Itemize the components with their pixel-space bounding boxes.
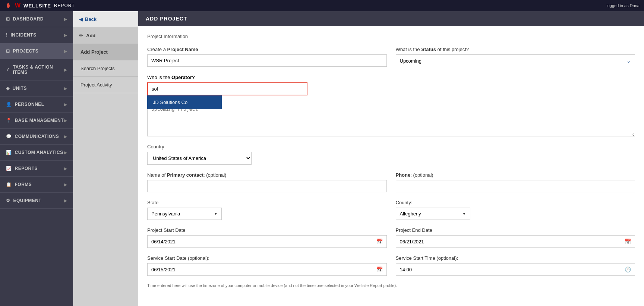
- form-body: Project Information Create a Project Nam…: [138, 26, 644, 295]
- sidebar-item-analytics[interactable]: 📊 CUSTOM ANALYTICS ▶: [0, 145, 73, 161]
- sub-sidebar-item-project-activity[interactable]: Project Activity: [73, 77, 138, 93]
- project-name-input[interactable]: [147, 54, 387, 67]
- county-group: County: Allegheny ▼: [396, 200, 635, 220]
- chevron-icon: ▶: [64, 167, 67, 171]
- sidebar-label-tasks: TASKS & ACTION ITEMS: [13, 64, 64, 75]
- sidebar-item-dashboard[interactable]: ⊞ DASHBOARD ▶: [0, 11, 73, 27]
- end-date-group: Project End Date 📅: [396, 227, 635, 248]
- calendar-icon-end[interactable]: 📅: [621, 236, 635, 247]
- equipment-icon: ⚙: [6, 198, 10, 203]
- operator-dropdown-item[interactable]: JD Solutions Co: [148, 96, 221, 109]
- operator-label: Who is the Operator?: [147, 75, 635, 80]
- service-start-label: Service Start Date (optional):: [147, 255, 387, 261]
- topbar: W WELLSITE REPORT logged in as Dana: [0, 0, 644, 11]
- phone-group: Phone: (optional): [396, 172, 635, 192]
- dashboard-icon: ⊞: [6, 16, 10, 22]
- sidebar-label-units: UNITS: [13, 86, 27, 91]
- tasks-icon: ✓: [6, 67, 10, 72]
- sidebar-item-forms[interactable]: 📋 FORMS ▶: [0, 177, 73, 193]
- start-date-label: Project Start Date: [147, 227, 387, 233]
- search-projects-label: Search Projects: [80, 66, 115, 71]
- back-button[interactable]: ◀ Back: [73, 11, 138, 28]
- chevron-icon: ▶: [64, 17, 67, 21]
- county-select[interactable]: Allegheny ▼: [396, 208, 470, 220]
- row-contact-phone: Name of Primary contact: (optional) Phon…: [147, 172, 635, 192]
- state-chevron-icon: ▼: [214, 212, 218, 216]
- service-time-input[interactable]: [396, 264, 621, 275]
- status-value: Upcoming: [400, 58, 422, 64]
- sidebar-item-reports[interactable]: 📈 REPORTS ▶: [0, 161, 73, 177]
- country-group: Country United States of AmericaCanadaMe…: [147, 144, 259, 165]
- pencil-icon: ✏: [79, 33, 83, 38]
- sidebar-label-dashboard: DASHBOARD: [13, 16, 44, 22]
- sidebar-label-equipment: EQUIPMENT: [13, 198, 42, 203]
- row-service: Service Start Date (optional): 📅 Service…: [147, 255, 635, 276]
- reports-icon: 📈: [6, 166, 12, 171]
- row-project-name-status: Create a Project Name What is the Status…: [147, 47, 635, 67]
- service-start-input[interactable]: [148, 264, 373, 275]
- forms-icon: 📋: [6, 182, 12, 187]
- county-label: County:: [396, 200, 635, 205]
- calendar-icon-service[interactable]: 📅: [373, 264, 386, 275]
- app-logo: W WELLSITE REPORT: [4, 2, 75, 9]
- flame-icon: [4, 2, 12, 9]
- user-status: logged in as Dana: [606, 3, 640, 8]
- units-icon: ◈: [6, 86, 10, 91]
- start-date-wrapper: 📅: [147, 235, 387, 248]
- end-date-input[interactable]: [396, 236, 621, 247]
- add-project-header[interactable]: ✏ Add: [73, 28, 138, 44]
- state-value: Pennsylvania: [151, 211, 180, 217]
- end-date-label: Project End Date: [396, 227, 635, 233]
- chevron-icon: ▶: [64, 199, 67, 203]
- sidebar-item-equipment[interactable]: ⚙ EQUIPMENT ▶: [0, 193, 73, 209]
- sidebar-item-personnel[interactable]: 👤 PERSONNEL ▶: [0, 97, 73, 113]
- projects-icon: ⊟: [6, 48, 10, 54]
- sidebar-label-incidents: INCIDENTS: [11, 32, 37, 38]
- service-time-label: Service Start Time (optional):: [396, 255, 635, 261]
- chevron-icon: ▶: [64, 49, 67, 53]
- timezone-note: Time entered here will use the timezone …: [147, 283, 635, 288]
- sub-sidebar: ◀ Back ✏ Add Add Project Search Projects…: [73, 11, 138, 306]
- app-name: WELLSITE: [23, 3, 51, 9]
- sidebar-label-reports: REPORTS: [15, 166, 38, 171]
- start-date-input[interactable]: [148, 236, 373, 247]
- back-chevron-icon: ◀: [79, 16, 83, 22]
- operator-input[interactable]: [147, 82, 307, 95]
- back-label: Back: [85, 16, 97, 22]
- chevron-icon: ▶: [64, 68, 67, 72]
- country-select[interactable]: United States of AmericaCanadaMexicoUnit…: [147, 152, 252, 165]
- chevron-icon: ▶: [64, 151, 67, 155]
- status-select[interactable]: Upcoming ⌄: [396, 54, 635, 67]
- add-project-label: Add Project: [80, 49, 108, 55]
- sidebar-label-base: BASE MANAGEMENT: [15, 118, 64, 123]
- state-select[interactable]: Pennsylvania ▼: [147, 208, 222, 220]
- project-name-group: Create a Project Name: [147, 47, 387, 67]
- sidebar-label-analytics: CUSTOM ANALYTICS: [15, 150, 63, 155]
- sidebar-item-incidents[interactable]: ! INCIDENTS ▶: [0, 27, 73, 43]
- sidebar-label-personnel: PERSONNEL: [15, 102, 44, 107]
- service-start-wrapper: 📅: [147, 263, 387, 276]
- report-label: REPORT: [54, 3, 75, 8]
- sidebar-item-communications[interactable]: 💬 COMMUNICATIONS ▶: [0, 129, 73, 145]
- sidebar-item-tasks[interactable]: ✓ TASKS & ACTION ITEMS ▶: [0, 59, 73, 81]
- operator-dropdown-menu: JD Solutions Co: [147, 95, 222, 109]
- chevron-icon: ▶: [64, 183, 67, 187]
- phone-label: Phone: (optional): [396, 172, 635, 178]
- sidebar-item-units[interactable]: ◈ UNITS ▶: [0, 81, 73, 97]
- country-label: Country: [147, 144, 259, 149]
- sidebar-item-projects[interactable]: ⊟ PROJECTS ▶: [0, 43, 73, 59]
- service-time-group: Service Start Time (optional): 🕐: [396, 255, 635, 276]
- start-date-group: Project Start Date 📅: [147, 227, 387, 248]
- row-state-county: State Pennsylvania ▼ County: Allegheny ▼: [147, 200, 635, 220]
- communications-icon: 💬: [6, 134, 12, 139]
- calendar-icon[interactable]: 📅: [373, 236, 386, 247]
- clock-icon[interactable]: 🕐: [621, 264, 635, 275]
- status-label: What is the Status of this project?: [396, 47, 635, 52]
- primary-contact-input[interactable]: [147, 180, 387, 192]
- sub-sidebar-item-add-project[interactable]: Add Project: [73, 44, 138, 60]
- end-date-wrapper: 📅: [396, 235, 635, 248]
- sidebar-item-base[interactable]: 📍 BASE MANAGEMENT ▶: [0, 113, 73, 129]
- project-name-label: Create a Project Name: [147, 47, 387, 52]
- sub-sidebar-item-search-projects[interactable]: Search Projects: [73, 60, 138, 77]
- phone-input[interactable]: [396, 180, 635, 192]
